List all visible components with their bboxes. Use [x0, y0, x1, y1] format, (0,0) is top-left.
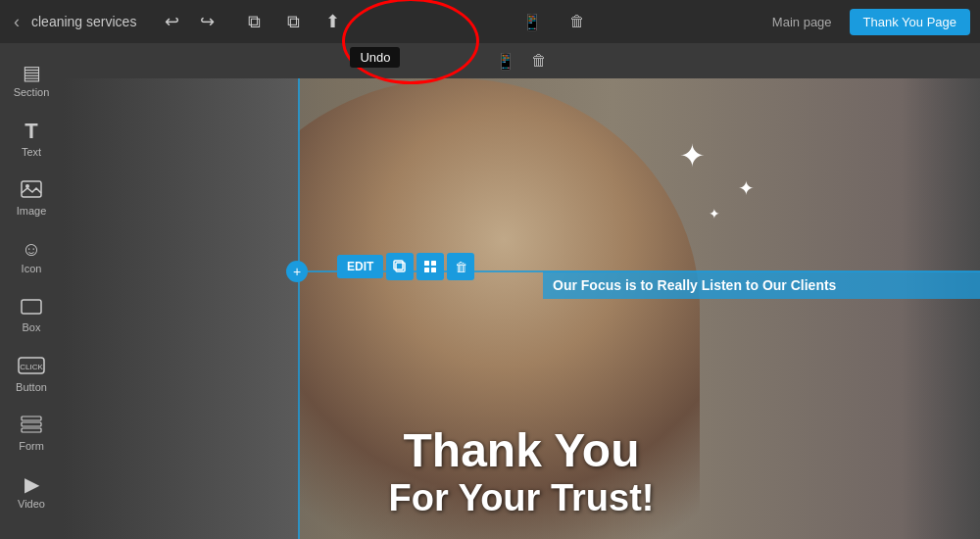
undo-button[interactable]: ↩	[156, 6, 187, 37]
main-area: ▤ Section T Text Image ☺ Icon	[0, 43, 980, 539]
icon-icon: ☺	[22, 239, 41, 259]
canvas-content: ✦ ✦ ✦ + EDIT	[63, 78, 980, 539]
svg-rect-13	[431, 268, 436, 272]
sidebar-label-image: Image	[17, 205, 47, 217]
svg-rect-7	[22, 428, 41, 432]
topbar-actions: ↩ ↪ Undo	[156, 6, 222, 37]
text-icon: T	[24, 121, 37, 142]
box-icon	[21, 298, 42, 318]
mobile-preview-icon[interactable]: 📱	[516, 9, 548, 35]
sidebar: ▤ Section T Text Image ☺ Icon	[0, 43, 63, 539]
duplicate-button[interactable]	[386, 253, 414, 280]
form-icon	[21, 416, 42, 436]
svg-rect-12	[424, 268, 429, 272]
svg-text:CLICK: CLICK	[20, 363, 43, 371]
topbar-center: 📱 🗑	[348, 9, 758, 35]
sidebar-label-button: Button	[16, 381, 47, 393]
thankyou-line2: For Your Trust!	[63, 477, 980, 519]
redo-button[interactable]: ↪	[191, 6, 222, 37]
sidebar-label-section: Section	[14, 86, 50, 98]
trash-icon[interactable]: 🗑	[531, 52, 547, 70]
sidebar-label-form: Form	[19, 440, 44, 452]
back-button[interactable]: ‹	[10, 8, 24, 36]
sidebar-item-image[interactable]: Image	[2, 169, 61, 227]
edit-button[interactable]: EDIT	[337, 255, 383, 278]
canvas-area: 📱 🗑 ✦ ✦ ✦ +	[63, 43, 980, 539]
delete-icon[interactable]: 🗑	[564, 9, 591, 34]
sidebar-item-video[interactable]: ▶ Video	[2, 463, 61, 521]
sidebar-item-form[interactable]: Form	[2, 404, 61, 463]
sidebar-label-text: Text	[22, 146, 41, 158]
move-button[interactable]	[416, 253, 444, 280]
copy-button[interactable]: ⧉	[238, 6, 270, 37]
delete-element-button[interactable]: 🗑	[447, 253, 474, 280]
mobile-icon[interactable]: 📱	[496, 52, 515, 71]
tab-thank-you-page[interactable]: Thank You Page	[850, 9, 970, 35]
svg-rect-2	[22, 300, 41, 314]
sidebar-item-box[interactable]: Box	[2, 286, 61, 345]
undo-tooltip: Undo	[350, 47, 400, 68]
sidebar-label-video: Video	[18, 498, 45, 510]
sidebar-item-section[interactable]: ▤ Section	[2, 51, 61, 110]
sidebar-label-box: Box	[23, 321, 41, 333]
sub-toolbar: 📱 🗑	[63, 43, 980, 78]
thankyou-container: Thank You For Your Trust!	[63, 425, 980, 519]
svg-rect-10	[424, 261, 429, 266]
topbar-left: ‹ cleaning services ↩ ↪ Undo ⧉ ⧉ ⬆	[10, 6, 348, 37]
sidebar-item-text[interactable]: T Text	[2, 110, 61, 169]
topbar: ‹ cleaning services ↩ ↪ Undo ⧉ ⧉ ⬆ 📱 🗑 M…	[0, 0, 980, 43]
thankyou-line1: Thank You	[63, 425, 980, 477]
image-icon	[21, 180, 42, 201]
sidebar-label-icon: Icon	[22, 263, 42, 274]
svg-rect-6	[22, 422, 41, 426]
paste-button[interactable]: ⧉	[277, 6, 309, 37]
add-section-button[interactable]: +	[286, 261, 308, 282]
section-icon: ▤	[23, 63, 41, 82]
sidebar-item-button[interactable]: CLICK Button	[2, 345, 61, 404]
svg-rect-5	[22, 416, 41, 420]
tab-main-page[interactable]: Main page	[759, 9, 846, 35]
svg-rect-11	[431, 261, 436, 266]
upload-button[interactable]: ⬆	[317, 6, 348, 37]
topbar-tabs: Main page Thank You Page	[759, 9, 970, 35]
sidebar-item-icon[interactable]: ☺ Icon	[2, 227, 61, 286]
video-icon: ▶	[24, 474, 39, 494]
edit-toolbar: EDIT 🗑	[337, 253, 474, 280]
project-name: cleaning services	[31, 14, 136, 29]
button-icon: CLICK	[18, 357, 45, 377]
focus-text-banner: Our Focus is to Really Listen to Our Cli…	[543, 271, 980, 299]
